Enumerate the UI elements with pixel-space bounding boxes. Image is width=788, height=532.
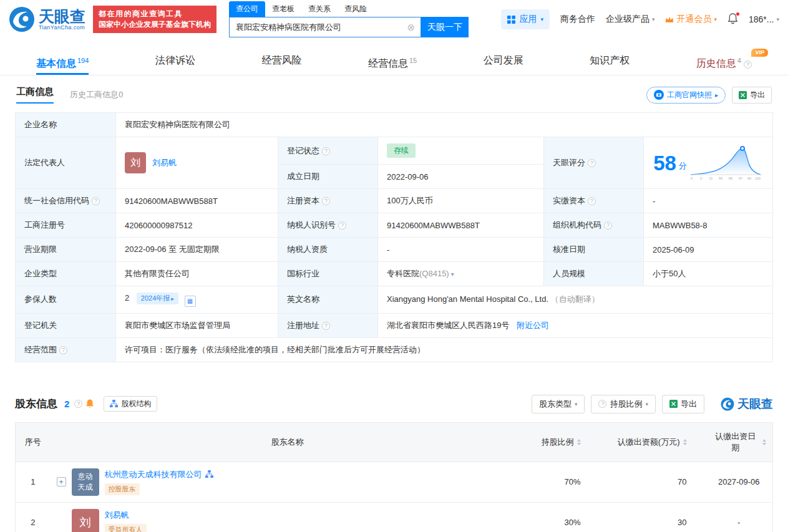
- field-value-score[interactable]: 58 分 0 3 15 55: [644, 137, 773, 189]
- subscribed-amount: 30: [600, 502, 706, 532]
- equity-structure-button[interactable]: 股权结构: [104, 396, 157, 412]
- search-box: ⊗: [229, 17, 421, 37]
- help-icon[interactable]: ?: [322, 197, 330, 205]
- field-label-reg-address: 注册地址?: [278, 313, 378, 337]
- tab-operation-info[interactable]: 经营信息15: [368, 47, 417, 75]
- field-value-reg-address: 湖北省襄阳市樊城区人民西路19号 附近公司: [378, 313, 773, 337]
- shareholders-table: 序号 股东名称 持股比例 认缴出资额(万元) 认缴出资日期 1 +: [15, 422, 773, 532]
- holding-ratio-filter[interactable]: ? 持股比例▾: [591, 395, 656, 414]
- field-value-taxpayer-id: 91420600MABWWB588T: [378, 213, 544, 238]
- field-value-insured-count: 2 2024年报▸ ▦: [116, 286, 278, 314]
- clear-search-icon[interactable]: ⊗: [407, 22, 421, 33]
- field-label-approval-date: 核准日期: [544, 238, 644, 262]
- field-label-taxpayer-id: 纳税人识别号?: [278, 213, 378, 238]
- help-icon[interactable]: ?: [322, 322, 330, 330]
- biz-coop-link[interactable]: 商务合作: [560, 14, 595, 25]
- search-tab-company[interactable]: 查公司: [229, 1, 265, 17]
- help-icon[interactable]: ?: [74, 400, 82, 408]
- slogan-banner: 都在用的商业查询工具 国家中小企业发展子基金旗下机构: [93, 6, 216, 33]
- help-icon: ?: [598, 400, 606, 408]
- shareholder-avatar: 刘: [72, 509, 99, 532]
- column-header-amount[interactable]: 认缴出资额(万元): [600, 422, 706, 462]
- score-unit: 分: [679, 160, 687, 172]
- vip-badge: VIP: [751, 49, 768, 57]
- export-button[interactable]: 导出: [732, 87, 772, 104]
- tianyancha-logo[interactable]: 天眼查 TianYanCha.com: [9, 6, 85, 32]
- vip-link[interactable]: 开通会员▾: [665, 14, 717, 25]
- chevron-down-icon[interactable]: ▾: [451, 271, 454, 278]
- help-icon[interactable]: ?: [588, 159, 596, 167]
- tab-basic-info[interactable]: 基本信息194: [36, 47, 89, 75]
- field-label-taxpayer-quality: 纳税人资质: [278, 238, 378, 262]
- annual-report-badge[interactable]: 2024年报▸: [137, 293, 178, 304]
- camera-icon: [654, 90, 664, 100]
- tab-company-development[interactable]: 公司发展: [484, 47, 523, 75]
- help-icon[interactable]: ?: [92, 197, 100, 205]
- subtab-business-info[interactable]: 工商信息: [16, 86, 54, 104]
- tab-intellectual-property[interactable]: 知识产权: [590, 47, 630, 75]
- field-value-org-code: MABWWB58-8: [644, 213, 773, 238]
- excel-icon: [669, 400, 678, 408]
- search-button[interactable]: 天眼一下: [421, 17, 469, 37]
- subtab-history-business-info[interactable]: 历史工商信息0: [70, 89, 123, 100]
- notification-bell-icon[interactable]: [727, 13, 738, 26]
- nearby-companies-link[interactable]: 附近公司: [517, 321, 549, 330]
- help-icon[interactable]: ?: [59, 346, 67, 354]
- shareholder-type-filter[interactable]: 股东类型▾: [532, 395, 585, 414]
- subscribed-date: 2027-09-06: [706, 462, 773, 502]
- sort-icon[interactable]: [683, 439, 687, 445]
- sort-icon[interactable]: [577, 439, 581, 445]
- help-icon[interactable]: ?: [588, 197, 596, 205]
- field-label-paid-capital: 实缴资本?: [544, 189, 644, 213]
- logo-domain: TianYanCha.com: [39, 24, 85, 31]
- help-icon[interactable]: ?: [322, 147, 330, 155]
- field-value-establish-date: 2022-09-06: [378, 165, 544, 189]
- search-tab-relation[interactable]: 查关系: [301, 1, 338, 17]
- tianyancha-logo-icon: [9, 6, 35, 32]
- column-header-date[interactable]: 认缴出资日期: [706, 422, 773, 462]
- legal-rep-link[interactable]: 刘易帆: [152, 157, 177, 168]
- apps-label: 应用: [519, 14, 537, 25]
- insurance-detail-icon[interactable]: ▦: [185, 296, 196, 307]
- search-input[interactable]: [230, 22, 407, 32]
- equity-structure-icon[interactable]: [205, 470, 213, 478]
- enterprise-link[interactable]: 企业级产品▾: [606, 14, 655, 25]
- field-value-reg-status: 存续: [378, 137, 544, 165]
- score-number: 58: [653, 153, 676, 173]
- official-snapshot-button[interactable]: 工商官网快照 ▸: [646, 87, 726, 104]
- shareholders-export-button[interactable]: 导出: [662, 395, 704, 414]
- apps-button[interactable]: 应用 ▾: [501, 9, 550, 29]
- alert-bell-icon[interactable]: [85, 399, 95, 409]
- shareholders-section: 股东信息 2 ? 股权结构 股东类型▾ ?: [15, 395, 773, 532]
- field-value-english-name: Xiangyang Hong'an Mental Hospital Co., L…: [378, 286, 773, 314]
- search-area: 查公司 查老板 查关系 查风险 ⊗ 天眼一下: [229, 1, 469, 37]
- expand-button[interactable]: +: [57, 477, 66, 486]
- shareholder-link[interactable]: 刘易帆: [105, 510, 129, 521]
- svg-text:100: 100: [755, 177, 761, 180]
- search-tab-risk[interactable]: 查风险: [338, 1, 374, 17]
- status-badge: 存续: [387, 143, 416, 158]
- field-value-company-type: 其他有限责任公司: [116, 262, 278, 286]
- slogan-line1: 都在用的商业查询工具: [99, 9, 211, 19]
- tab-operation-risk[interactable]: 经营风险: [261, 47, 301, 75]
- help-icon[interactable]: ?: [744, 60, 752, 69]
- field-label-biz-scope: 经营范围?: [16, 337, 116, 362]
- field-label-reg-status: 登记状态?: [278, 137, 378, 165]
- help-icon[interactable]: ?: [604, 221, 612, 230]
- field-label-insured-count: 参保人数: [16, 286, 116, 314]
- crown-icon: [665, 16, 674, 23]
- tab-history-info[interactable]: VIP 历史信息4?: [696, 47, 752, 75]
- sort-icon[interactable]: [762, 439, 766, 445]
- holding-ratio: 30%: [525, 502, 600, 532]
- search-tab-boss[interactable]: 查老板: [265, 1, 301, 17]
- help-icon[interactable]: ?: [338, 221, 346, 230]
- shareholder-link[interactable]: 杭州意动天成科技有限公司: [105, 469, 202, 480]
- field-label-industry: 国标行业: [278, 262, 378, 286]
- column-header-ratio[interactable]: 持股比例: [525, 422, 600, 462]
- business-info-table: 企业名称 襄阳宏安精神病医院有限公司 法定代表人 刘 刘易帆 登记状态? 存续 …: [15, 112, 773, 362]
- svg-text:97: 97: [739, 177, 742, 180]
- field-label-org-code: 组织机构代码?: [544, 213, 644, 238]
- svg-text:0: 0: [691, 177, 693, 180]
- tab-legal-litigation[interactable]: 法律诉讼: [155, 47, 195, 75]
- account-phone[interactable]: 186*...▾: [749, 14, 779, 24]
